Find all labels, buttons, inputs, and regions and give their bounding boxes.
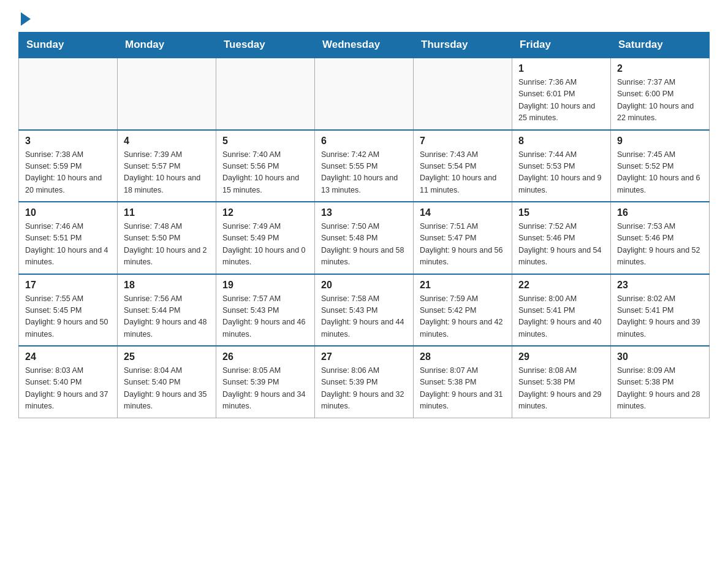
day-number: 8 (518, 136, 604, 147)
sun-info: Sunrise: 7:39 AMSunset: 5:57 PMDaylight:… (124, 149, 210, 197)
calendar-cell: 27Sunrise: 8:06 AMSunset: 5:39 PMDayligh… (315, 346, 414, 418)
sun-info: Sunrise: 7:57 AMSunset: 5:43 PMDaylight:… (222, 293, 308, 341)
day-number: 24 (25, 351, 111, 362)
day-number: 12 (222, 207, 308, 218)
calendar-cell: 19Sunrise: 7:57 AMSunset: 5:43 PMDayligh… (216, 274, 315, 347)
day-number: 3 (25, 136, 111, 147)
sun-info: Sunrise: 7:53 AMSunset: 5:46 PMDaylight:… (617, 221, 703, 269)
calendar-cell: 24Sunrise: 8:03 AMSunset: 5:40 PMDayligh… (19, 346, 118, 418)
logo (18, 12, 31, 26)
sun-info: Sunrise: 7:37 AMSunset: 6:00 PMDaylight:… (617, 77, 703, 124)
calendar-cell: 7Sunrise: 7:43 AMSunset: 5:54 PMDaylight… (414, 130, 512, 202)
calendar-week-row: 17Sunrise: 7:55 AMSunset: 5:45 PMDayligh… (19, 274, 710, 347)
day-number: 28 (420, 351, 506, 362)
day-number: 30 (617, 351, 703, 362)
calendar-cell (414, 58, 512, 130)
calendar-cell (216, 58, 315, 130)
calendar-cell (315, 58, 414, 130)
calendar-week-row: 24Sunrise: 8:03 AMSunset: 5:40 PMDayligh… (19, 346, 710, 418)
sun-info: Sunrise: 8:03 AMSunset: 5:40 PMDaylight:… (25, 365, 111, 413)
day-number: 18 (124, 280, 210, 291)
day-number: 11 (124, 207, 210, 218)
day-number: 2 (617, 63, 703, 74)
calendar-cell: 16Sunrise: 7:53 AMSunset: 5:46 PMDayligh… (611, 202, 710, 274)
day-number: 6 (321, 136, 407, 147)
day-number: 7 (420, 136, 506, 147)
calendar-cell: 30Sunrise: 8:09 AMSunset: 5:38 PMDayligh… (611, 346, 710, 418)
calendar-cell: 25Sunrise: 8:04 AMSunset: 5:40 PMDayligh… (118, 346, 216, 418)
calendar-cell: 15Sunrise: 7:52 AMSunset: 5:46 PMDayligh… (512, 202, 611, 274)
calendar-cell: 5Sunrise: 7:40 AMSunset: 5:56 PMDaylight… (216, 130, 315, 202)
sun-info: Sunrise: 7:43 AMSunset: 5:54 PMDaylight:… (420, 149, 506, 197)
sun-info: Sunrise: 8:09 AMSunset: 5:38 PMDaylight:… (617, 365, 703, 413)
calendar-cell: 26Sunrise: 8:05 AMSunset: 5:39 PMDayligh… (216, 346, 315, 418)
day-number: 4 (124, 136, 210, 147)
day-number: 21 (420, 280, 506, 291)
calendar-cell: 17Sunrise: 7:55 AMSunset: 5:45 PMDayligh… (19, 274, 118, 347)
calendar-cell: 11Sunrise: 7:48 AMSunset: 5:50 PMDayligh… (118, 202, 216, 274)
day-number: 19 (222, 280, 308, 291)
calendar-table: SundayMondayTuesdayWednesdayThursdayFrid… (18, 32, 710, 418)
sun-info: Sunrise: 7:36 AMSunset: 6:01 PMDaylight:… (518, 77, 604, 124)
sun-info: Sunrise: 8:06 AMSunset: 5:39 PMDaylight:… (321, 365, 407, 413)
weekday-header-monday: Monday (118, 33, 216, 58)
sun-info: Sunrise: 8:05 AMSunset: 5:39 PMDaylight:… (222, 365, 308, 413)
day-number: 16 (617, 207, 703, 218)
sun-info: Sunrise: 7:49 AMSunset: 5:49 PMDaylight:… (222, 221, 308, 269)
sun-info: Sunrise: 7:56 AMSunset: 5:44 PMDaylight:… (124, 293, 210, 341)
day-number: 29 (518, 351, 604, 362)
day-number: 26 (222, 351, 308, 362)
calendar-cell: 23Sunrise: 8:02 AMSunset: 5:41 PMDayligh… (611, 274, 710, 347)
calendar-cell: 18Sunrise: 7:56 AMSunset: 5:44 PMDayligh… (118, 274, 216, 347)
calendar-cell: 12Sunrise: 7:49 AMSunset: 5:49 PMDayligh… (216, 202, 315, 274)
day-number: 17 (25, 280, 111, 291)
day-number: 25 (124, 351, 210, 362)
weekday-header-wednesday: Wednesday (315, 33, 414, 58)
sun-info: Sunrise: 7:59 AMSunset: 5:42 PMDaylight:… (420, 293, 506, 341)
calendar-cell: 13Sunrise: 7:50 AMSunset: 5:48 PMDayligh… (315, 202, 414, 274)
sun-info: Sunrise: 8:08 AMSunset: 5:38 PMDaylight:… (518, 365, 604, 413)
weekday-header-saturday: Saturday (611, 33, 710, 58)
calendar-week-row: 10Sunrise: 7:46 AMSunset: 5:51 PMDayligh… (19, 202, 710, 274)
sun-info: Sunrise: 7:50 AMSunset: 5:48 PMDaylight:… (321, 221, 407, 269)
calendar-cell: 14Sunrise: 7:51 AMSunset: 5:47 PMDayligh… (414, 202, 512, 274)
calendar-cell: 4Sunrise: 7:39 AMSunset: 5:57 PMDaylight… (118, 130, 216, 202)
calendar-cell: 20Sunrise: 7:58 AMSunset: 5:43 PMDayligh… (315, 274, 414, 347)
day-number: 14 (420, 207, 506, 218)
calendar-cell (118, 58, 216, 130)
sun-info: Sunrise: 7:45 AMSunset: 5:52 PMDaylight:… (617, 149, 703, 197)
sun-info: Sunrise: 8:04 AMSunset: 5:40 PMDaylight:… (124, 365, 210, 413)
day-number: 23 (617, 280, 703, 291)
sun-info: Sunrise: 7:44 AMSunset: 5:53 PMDaylight:… (518, 149, 604, 197)
page-header (18, 12, 710, 26)
sun-info: Sunrise: 7:58 AMSunset: 5:43 PMDaylight:… (321, 293, 407, 341)
calendar-cell (19, 58, 118, 130)
calendar-cell: 10Sunrise: 7:46 AMSunset: 5:51 PMDayligh… (19, 202, 118, 274)
weekday-header-sunday: Sunday (19, 33, 118, 58)
weekday-header-thursday: Thursday (414, 33, 512, 58)
calendar-cell: 6Sunrise: 7:42 AMSunset: 5:55 PMDaylight… (315, 130, 414, 202)
weekday-header-friday: Friday (512, 33, 611, 58)
calendar-week-row: 1Sunrise: 7:36 AMSunset: 6:01 PMDaylight… (19, 58, 710, 130)
calendar-cell: 28Sunrise: 8:07 AMSunset: 5:38 PMDayligh… (414, 346, 512, 418)
weekday-header-tuesday: Tuesday (216, 33, 315, 58)
calendar-cell: 9Sunrise: 7:45 AMSunset: 5:52 PMDaylight… (611, 130, 710, 202)
calendar-cell: 1Sunrise: 7:36 AMSunset: 6:01 PMDaylight… (512, 58, 611, 130)
sun-info: Sunrise: 8:02 AMSunset: 5:41 PMDaylight:… (617, 293, 703, 341)
calendar-cell: 29Sunrise: 8:08 AMSunset: 5:38 PMDayligh… (512, 346, 611, 418)
calendar-cell: 2Sunrise: 7:37 AMSunset: 6:00 PMDaylight… (611, 58, 710, 130)
day-number: 10 (25, 207, 111, 218)
day-number: 13 (321, 207, 407, 218)
day-number: 22 (518, 280, 604, 291)
day-number: 5 (222, 136, 308, 147)
calendar-week-row: 3Sunrise: 7:38 AMSunset: 5:59 PMDaylight… (19, 130, 710, 202)
sun-info: Sunrise: 7:51 AMSunset: 5:47 PMDaylight:… (420, 221, 506, 269)
calendar-cell: 22Sunrise: 8:00 AMSunset: 5:41 PMDayligh… (512, 274, 611, 347)
sun-info: Sunrise: 7:55 AMSunset: 5:45 PMDaylight:… (25, 293, 111, 341)
calendar-cell: 21Sunrise: 7:59 AMSunset: 5:42 PMDayligh… (414, 274, 512, 347)
sun-info: Sunrise: 7:52 AMSunset: 5:46 PMDaylight:… (518, 221, 604, 269)
sun-info: Sunrise: 7:38 AMSunset: 5:59 PMDaylight:… (25, 149, 111, 197)
logo-arrow-icon (21, 12, 31, 26)
day-number: 9 (617, 136, 703, 147)
sun-info: Sunrise: 8:07 AMSunset: 5:38 PMDaylight:… (420, 365, 506, 413)
